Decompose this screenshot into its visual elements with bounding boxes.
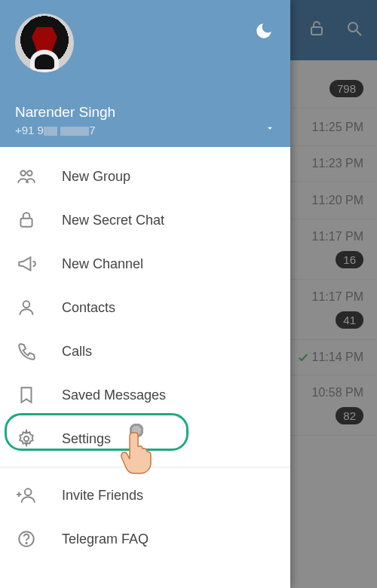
menu-label: Telegram FAQ [62, 531, 149, 547]
menu-label: Saved Messages [62, 387, 166, 403]
svg-point-12 [26, 543, 26, 544]
svg-rect-5 [20, 219, 32, 227]
menu-item-settings[interactable]: Settings [0, 417, 290, 461]
menu-item-contacts[interactable]: Contacts [0, 286, 290, 329]
menu-item-saved-messages[interactable]: Saved Messages [0, 373, 290, 417]
menu-item-telegram-faq[interactable]: Telegram FAQ [0, 517, 290, 561]
menu-label: Contacts [62, 300, 115, 316]
svg-point-8 [25, 488, 32, 495]
add-person-icon [17, 485, 36, 505]
drawer-header: Narender Singh +91 9 7 [0, 0, 290, 147]
menu-label: New Group [62, 169, 130, 185]
group-icon [17, 167, 36, 186]
lock-icon [17, 210, 36, 230]
person-icon [17, 298, 36, 317]
user-phone: +91 9 7 [15, 124, 115, 136]
menu-label: Invite Friends [62, 488, 143, 504]
user-name: Narender Singh [15, 104, 115, 121]
menu-label: New Secret Chat [62, 213, 164, 228]
help-icon [17, 529, 36, 549]
divider [0, 467, 290, 467]
svg-point-6 [23, 301, 30, 308]
menu-label: New Channel [62, 256, 143, 272]
megaphone-icon [17, 254, 36, 274]
menu-label: Calls [62, 344, 92, 360]
svg-point-7 [24, 436, 29, 442]
gear-icon [17, 429, 36, 449]
menu-item-new-channel[interactable]: New Channel [0, 242, 290, 286]
menu-item-invite-friends[interactable]: Invite Friends [0, 473, 290, 517]
menu-item-new-group[interactable]: New Group [0, 155, 290, 198]
avatar[interactable] [15, 14, 74, 72]
svg-point-3 [20, 170, 26, 176]
svg-point-4 [27, 170, 32, 176]
menu-item-new-secret-chat[interactable]: New Secret Chat [0, 198, 290, 242]
menu-item-calls[interactable]: Calls [0, 329, 290, 373]
night-mode-toggle[interactable] [254, 21, 274, 44]
drawer-menu: New Group New Secret Chat New Channel Co… [0, 147, 290, 588]
navigation-drawer: Narender Singh +91 9 7 New Group New Sec… [0, 0, 290, 588]
account-switcher[interactable] [265, 123, 275, 136]
bookmark-icon [17, 385, 36, 405]
menu-label: Settings [62, 431, 111, 447]
phone-icon [17, 341, 36, 361]
